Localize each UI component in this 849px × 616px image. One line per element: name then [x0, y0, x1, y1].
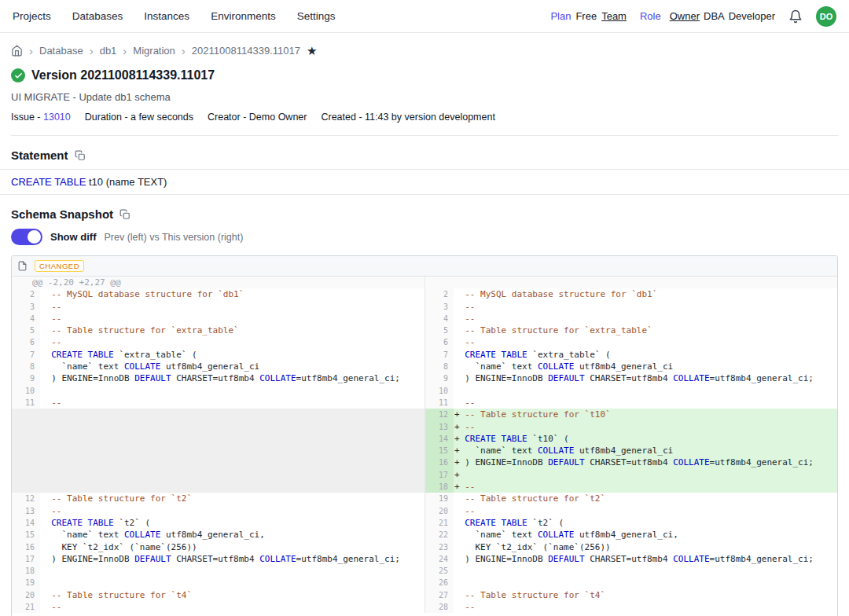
code-token: -- MySQL database structure for `db1` — [465, 289, 657, 299]
diff-line: 9 ) ENGINE=InnoDB DEFAULT CHARSET=utf8mb… — [12, 372, 424, 384]
code-text: -- — [40, 601, 424, 613]
home-icon[interactable] — [11, 45, 23, 57]
statement-sql[interactable]: CREATE TABLE t10 (name TEXT) — [0, 169, 849, 195]
code-text: CREATE TABLE `extra_table` ( — [454, 349, 837, 361]
code-text — [40, 385, 424, 397]
diff-line: 11 -- — [425, 397, 837, 409]
diff-prefix: + — [454, 422, 465, 432]
code-token: `name` text — [51, 530, 124, 540]
diff-direction-hint: Prev (left) vs This version (right) — [105, 232, 244, 243]
line-number: 15 — [12, 529, 40, 541]
code-token: KEY `t2_idx` (`name`(256)) — [465, 542, 610, 552]
diff-line: 17 ) ENGINE=InnoDB DEFAULT CHARSET=utf8m… — [12, 553, 424, 565]
code-token: =utf8mb4_general_ci; — [296, 554, 400, 564]
diff-prefix: + — [454, 470, 465, 480]
show-diff-toggle[interactable] — [11, 229, 42, 245]
diff-prefix — [454, 337, 465, 347]
code-text: ) ENGINE=InnoDB DEFAULT CHARSET=utf8mb4 … — [40, 553, 424, 565]
nav-item-databases[interactable]: Databases — [72, 10, 123, 22]
statement-copy-icon[interactable] — [75, 150, 86, 161]
diff-prefix — [41, 373, 51, 383]
version-subtitle: UI MIGRATE - Update db1 schema — [11, 91, 838, 103]
line-number: 25 — [425, 565, 454, 577]
line-number: 13 — [425, 421, 454, 433]
breadcrumb-item-db1[interactable]: db1 — [100, 45, 117, 57]
plan-label[interactable]: Plan — [550, 10, 571, 22]
code-token: -- — [465, 314, 475, 324]
notification-bell-icon[interactable] — [788, 9, 803, 24]
diff-line — [425, 277, 837, 288]
code-token: `name` text — [465, 446, 538, 456]
code-text: + -- Table structure for `t10` — [454, 409, 837, 420]
nav-item-instances[interactable]: Instances — [144, 10, 189, 22]
code-text: + `name` text COLLATE utf8mb4_general_ci — [454, 445, 837, 456]
chevron-right-icon: › — [123, 45, 127, 57]
section-divider — [11, 135, 838, 136]
diff-prefix — [41, 578, 51, 588]
diff-line: 26 — [425, 577, 837, 588]
diff-line: 15 `name` text COLLATE utf8mb4_general_c… — [12, 529, 424, 541]
snapshot-copy-icon[interactable] — [119, 209, 130, 220]
diff-line: 25 — [425, 565, 837, 577]
role-owner[interactable]: Owner — [670, 10, 700, 22]
code-token: -- — [465, 302, 475, 312]
code-token: COLLATE — [673, 373, 709, 383]
code-token: CHARSET=utf8mb4 — [171, 373, 260, 383]
top-nav: ProjectsDatabasesInstancesEnvironmentsSe… — [0, 0, 849, 33]
code-token: `name` text — [51, 361, 124, 372]
code-token: `extra_table` ( — [527, 350, 611, 360]
code-text — [40, 456, 424, 468]
role-developer[interactable]: Developer — [729, 10, 775, 22]
diff-header: CHANGED — [12, 256, 837, 277]
line-number: 19 — [12, 577, 40, 588]
nav-item-projects[interactable]: Projects — [13, 10, 51, 22]
code-token: -- — [51, 398, 61, 408]
code-text: -- — [454, 601, 837, 613]
diff-line: 20 -- Table structure for `t4` — [12, 589, 424, 601]
diff-line: 14 CREATE TABLE `t2` ( — [12, 517, 424, 529]
meta-item: Duration - a few seconds — [85, 112, 193, 123]
line-number: 9 — [425, 372, 454, 384]
role-dba[interactable]: DBA — [704, 10, 725, 22]
code-text: ) ENGINE=InnoDB DEFAULT CHARSET=utf8mb4 … — [40, 372, 424, 384]
diff-line: 5 -- Table structure for `extra_table` — [12, 324, 424, 336]
diff-line: 22 `name` text COLLATE utf8mb4_general_c… — [425, 529, 837, 541]
diff-line: 21 -- — [12, 601, 424, 613]
diff-line: 13 -- — [12, 505, 424, 517]
success-check-icon — [11, 68, 25, 82]
diff-prefix: + — [454, 457, 465, 468]
code-token: COLLATE — [673, 554, 709, 564]
code-token: -- — [465, 506, 475, 516]
issue-link[interactable]: 13010 — [43, 112, 71, 123]
chevron-right-icon: › — [182, 45, 186, 57]
code-token: utf8mb4_general_ci — [160, 361, 259, 372]
diff-line: 6 -- — [425, 336, 837, 348]
code-text: + ) ENGINE=InnoDB DEFAULT CHARSET=utf8mb… — [454, 456, 837, 468]
line-number: 9 — [12, 372, 40, 384]
diff-prefix — [454, 578, 465, 588]
breadcrumb-item-migration[interactable]: Migration — [133, 45, 175, 57]
code-text — [40, 469, 424, 481]
schema-snapshot-heading: Schema Snapshot — [11, 207, 113, 221]
code-text: -- MySQL database structure for `db1` — [40, 288, 424, 300]
diff-prefix — [41, 314, 51, 324]
nav-item-environments[interactable]: Environments — [211, 10, 276, 22]
code-token: -- — [465, 482, 475, 492]
diff-line: 24 ) ENGINE=InnoDB DEFAULT CHARSET=utf8m… — [425, 553, 837, 565]
nav-item-settings[interactable]: Settings — [297, 10, 336, 22]
line-number: 7 — [425, 349, 454, 361]
breadcrumb-item-database[interactable]: Database — [39, 45, 83, 57]
diff-line: 3 -- — [425, 301, 837, 313]
code-token: CREATE TABLE — [465, 518, 527, 528]
favorite-star-icon[interactable]: ★ — [307, 45, 317, 57]
user-avatar[interactable]: DO — [816, 6, 836, 27]
diff-split-view: @@ -2,20 +2,27 @@2 -- MySQL database str… — [12, 277, 837, 616]
diff-line: 16+ ) ENGINE=InnoDB DEFAULT CHARSET=utf8… — [425, 456, 837, 468]
plan-upgrade-link[interactable]: Team — [601, 10, 627, 22]
diff-prefix — [41, 361, 51, 372]
role-label[interactable]: Role — [640, 10, 661, 22]
version-meta: Issue - 13010Duration - a few secondsCre… — [11, 112, 838, 123]
line-number: 7 — [12, 349, 40, 361]
snapshot-section-head: Schema Snapshot — [11, 207, 838, 221]
breadcrumb-item-20211008114339-11017[interactable]: 20211008114339.11017 — [192, 45, 300, 57]
